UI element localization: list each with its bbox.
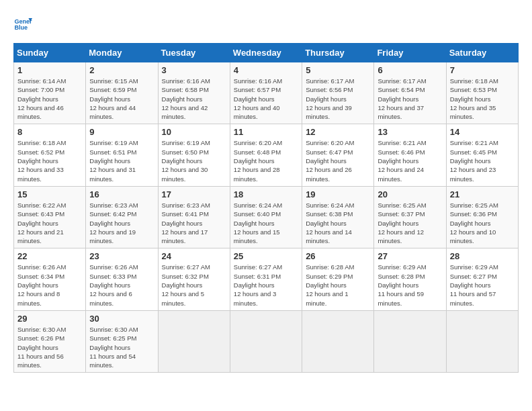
day-number: 21	[450, 189, 515, 199]
calendar-cell	[302, 310, 374, 372]
day-number: 16	[89, 189, 154, 199]
day-info: Sunrise: 6:24 AM Sunset: 6:40 PM Dayligh…	[234, 201, 298, 245]
calendar-cell: 4 Sunrise: 6:16 AM Sunset: 6:57 PM Dayli…	[230, 62, 302, 124]
calendar-cell: 16 Sunrise: 6:23 AM Sunset: 6:42 PM Dayl…	[86, 186, 158, 248]
day-info: Sunrise: 6:16 AM Sunset: 6:57 PM Dayligh…	[234, 77, 298, 121]
calendar-week-row: 15 Sunrise: 6:22 AM Sunset: 6:43 PM Dayl…	[14, 186, 519, 248]
day-number: 18	[234, 189, 298, 199]
calendar-cell: 21 Sunrise: 6:25 AM Sunset: 6:36 PM Dayl…	[446, 186, 518, 248]
col-header-monday: Monday	[86, 44, 158, 62]
col-header-tuesday: Tuesday	[158, 44, 230, 62]
col-header-thursday: Thursday	[302, 44, 374, 62]
calendar-cell: 2 Sunrise: 6:15 AM Sunset: 6:59 PM Dayli…	[86, 62, 158, 124]
calendar-cell: 6 Sunrise: 6:17 AM Sunset: 6:54 PM Dayli…	[374, 62, 446, 124]
day-number: 6	[378, 65, 442, 75]
day-number: 30	[89, 314, 154, 324]
calendar-table: SundayMondayTuesdayWednesdayThursdayFrid…	[13, 43, 519, 373]
day-number: 3	[162, 65, 226, 75]
day-number: 9	[89, 127, 154, 137]
day-info: Sunrise: 6:30 AM Sunset: 6:25 PM Dayligh…	[89, 325, 154, 369]
calendar-week-row: 29 Sunrise: 6:30 AM Sunset: 6:26 PM Dayl…	[14, 310, 519, 372]
calendar-cell	[230, 310, 302, 372]
col-header-wednesday: Wednesday	[230, 44, 302, 62]
day-number: 17	[162, 189, 226, 199]
day-number: 27	[378, 251, 442, 261]
day-info: Sunrise: 6:20 AM Sunset: 6:47 PM Dayligh…	[306, 138, 370, 183]
calendar-cell: 30 Sunrise: 6:30 AM Sunset: 6:25 PM Dayl…	[86, 310, 158, 372]
calendar-cell: 8 Sunrise: 6:18 AM Sunset: 6:52 PM Dayli…	[14, 124, 86, 186]
day-number: 12	[306, 127, 370, 137]
day-info: Sunrise: 6:29 AM Sunset: 6:27 PM Dayligh…	[450, 263, 515, 307]
day-info: Sunrise: 6:25 AM Sunset: 6:36 PM Dayligh…	[450, 201, 515, 245]
calendar-cell: 11 Sunrise: 6:20 AM Sunset: 6:48 PM Dayl…	[230, 124, 302, 186]
day-info: Sunrise: 6:27 AM Sunset: 6:31 PM Dayligh…	[234, 263, 298, 307]
day-info: Sunrise: 6:16 AM Sunset: 6:58 PM Dayligh…	[162, 77, 226, 121]
day-number: 24	[162, 251, 226, 261]
calendar-cell: 12 Sunrise: 6:20 AM Sunset: 6:47 PM Dayl…	[302, 124, 374, 186]
col-header-friday: Friday	[374, 44, 446, 62]
calendar-cell: 29 Sunrise: 6:30 AM Sunset: 6:26 PM Dayl…	[14, 310, 86, 372]
day-info: Sunrise: 6:28 AM Sunset: 6:29 PM Dayligh…	[306, 263, 370, 307]
calendar-cell: 26 Sunrise: 6:28 AM Sunset: 6:29 PM Dayl…	[302, 248, 374, 310]
calendar-cell: 19 Sunrise: 6:24 AM Sunset: 6:38 PM Dayl…	[302, 186, 374, 248]
day-info: Sunrise: 6:17 AM Sunset: 6:54 PM Dayligh…	[378, 77, 442, 121]
day-number: 29	[17, 314, 82, 324]
day-number: 7	[450, 65, 515, 75]
day-number: 15	[17, 189, 82, 199]
day-info: Sunrise: 6:26 AM Sunset: 6:33 PM Dayligh…	[89, 263, 154, 307]
calendar-cell: 23 Sunrise: 6:26 AM Sunset: 6:33 PM Dayl…	[86, 248, 158, 310]
day-number: 26	[306, 251, 370, 261]
calendar-cell: 24 Sunrise: 6:27 AM Sunset: 6:32 PM Dayl…	[158, 248, 230, 310]
header: General Blue	[13, 13, 519, 32]
logo-icon: General Blue	[13, 13, 32, 32]
logo: General Blue	[13, 13, 35, 32]
day-info: Sunrise: 6:17 AM Sunset: 6:56 PM Dayligh…	[306, 77, 370, 121]
calendar-cell: 28 Sunrise: 6:29 AM Sunset: 6:27 PM Dayl…	[446, 248, 518, 310]
day-number: 14	[450, 127, 515, 137]
day-info: Sunrise: 6:18 AM Sunset: 6:53 PM Dayligh…	[450, 77, 515, 121]
day-info: Sunrise: 6:26 AM Sunset: 6:34 PM Dayligh…	[17, 263, 82, 307]
calendar-cell: 9 Sunrise: 6:19 AM Sunset: 6:51 PM Dayli…	[86, 124, 158, 186]
calendar-cell: 7 Sunrise: 6:18 AM Sunset: 6:53 PM Dayli…	[446, 62, 518, 124]
day-number: 8	[17, 127, 82, 137]
day-number: 28	[450, 251, 515, 261]
day-info: Sunrise: 6:14 AM Sunset: 7:00 PM Dayligh…	[17, 77, 82, 121]
calendar-cell	[374, 310, 446, 372]
calendar-cell: 1 Sunrise: 6:14 AM Sunset: 7:00 PM Dayli…	[14, 62, 86, 124]
svg-text:Blue: Blue	[14, 24, 28, 31]
day-number: 10	[162, 127, 226, 137]
calendar-cell: 20 Sunrise: 6:25 AM Sunset: 6:37 PM Dayl…	[374, 186, 446, 248]
day-info: Sunrise: 6:21 AM Sunset: 6:46 PM Dayligh…	[378, 138, 442, 183]
day-info: Sunrise: 6:18 AM Sunset: 6:52 PM Dayligh…	[17, 138, 82, 183]
calendar-cell: 3 Sunrise: 6:16 AM Sunset: 6:58 PM Dayli…	[158, 62, 230, 124]
day-info: Sunrise: 6:24 AM Sunset: 6:38 PM Dayligh…	[306, 201, 370, 245]
calendar-week-row: 1 Sunrise: 6:14 AM Sunset: 7:00 PM Dayli…	[14, 62, 519, 124]
col-header-sunday: Sunday	[14, 44, 86, 62]
day-number: 4	[234, 65, 298, 75]
calendar-cell: 13 Sunrise: 6:21 AM Sunset: 6:46 PM Dayl…	[374, 124, 446, 186]
calendar-cell: 18 Sunrise: 6:24 AM Sunset: 6:40 PM Dayl…	[230, 186, 302, 248]
calendar-cell: 10 Sunrise: 6:19 AM Sunset: 6:50 PM Dayl…	[158, 124, 230, 186]
day-info: Sunrise: 6:19 AM Sunset: 6:51 PM Dayligh…	[89, 138, 154, 183]
day-number: 1	[17, 65, 82, 75]
calendar-week-row: 8 Sunrise: 6:18 AM Sunset: 6:52 PM Dayli…	[14, 124, 519, 186]
day-info: Sunrise: 6:15 AM Sunset: 6:59 PM Dayligh…	[89, 77, 154, 121]
calendar-cell: 25 Sunrise: 6:27 AM Sunset: 6:31 PM Dayl…	[230, 248, 302, 310]
day-number: 13	[378, 127, 442, 137]
day-number: 23	[89, 251, 154, 261]
day-info: Sunrise: 6:22 AM Sunset: 6:43 PM Dayligh…	[17, 201, 82, 245]
day-number: 11	[234, 127, 298, 137]
day-info: Sunrise: 6:30 AM Sunset: 6:26 PM Dayligh…	[17, 325, 82, 369]
col-header-saturday: Saturday	[446, 44, 518, 62]
day-number: 22	[17, 251, 82, 261]
day-number: 5	[306, 65, 370, 75]
calendar-cell: 14 Sunrise: 6:21 AM Sunset: 6:45 PM Dayl…	[446, 124, 518, 186]
day-info: Sunrise: 6:23 AM Sunset: 6:42 PM Dayligh…	[89, 201, 154, 245]
calendar-cell	[158, 310, 230, 372]
day-info: Sunrise: 6:23 AM Sunset: 6:41 PM Dayligh…	[162, 201, 226, 245]
day-info: Sunrise: 6:20 AM Sunset: 6:48 PM Dayligh…	[234, 138, 298, 183]
day-info: Sunrise: 6:29 AM Sunset: 6:28 PM Dayligh…	[378, 263, 442, 307]
calendar-cell: 15 Sunrise: 6:22 AM Sunset: 6:43 PM Dayl…	[14, 186, 86, 248]
calendar-cell: 22 Sunrise: 6:26 AM Sunset: 6:34 PM Dayl…	[14, 248, 86, 310]
calendar-cell: 27 Sunrise: 6:29 AM Sunset: 6:28 PM Dayl…	[374, 248, 446, 310]
